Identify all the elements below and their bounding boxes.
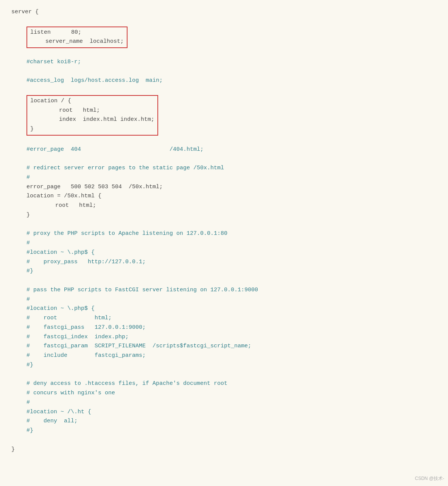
line-comment-hash3: # xyxy=(26,296,30,303)
line-comment-location-ht: #location ~ /\.ht { xyxy=(26,409,91,415)
line-error-page-404: #error_page 404 /404.html; xyxy=(26,146,204,153)
line-charset: #charset koi8-r; xyxy=(26,59,81,65)
line-access-log: #access_log logs/host.access.log main; xyxy=(26,77,163,84)
line-comment-fastcgi-index: # fastcgi_index index.php; xyxy=(26,334,129,340)
line-server-close: } xyxy=(11,446,15,453)
line-comment-fastcgi-pass: # fastcgi_pass 127.0.0.1:9000; xyxy=(26,324,146,331)
line-comment-include: # include fastcgi_params; xyxy=(26,352,146,359)
line-comment-close3: #} xyxy=(26,427,33,434)
line-comment-root-html: # root html; xyxy=(26,315,112,321)
line-comment-fastcgi-param: # fastcgi_param SCRIPT_FILENAME /scripts… xyxy=(26,343,251,349)
line-comment-location-php1: #location ~ \.php$ { xyxy=(26,249,95,256)
line-comment-deny-htaccess: # deny access to .htaccess files, if Apa… xyxy=(26,380,227,387)
line-comment-fastcgi: # pass the PHP scripts to FastCGI server… xyxy=(26,287,258,293)
watermark: CSDN @技术- xyxy=(415,475,444,482)
line-root-html: root html; xyxy=(42,202,96,209)
line-comment-hash2: # xyxy=(26,240,30,246)
line-comment-close2: #} xyxy=(26,362,33,368)
line-comment-proxy-php: # proxy the PHP scripts to Apache listen… xyxy=(26,230,227,237)
line-comment-location-php2: #location ~ \.php$ { xyxy=(26,305,95,312)
line-comment-hash4: # xyxy=(26,399,30,406)
code-viewer: server { listen 80; server_name localhos… xyxy=(11,8,437,454)
line-comment-close1: #} xyxy=(26,268,33,274)
line-location-50x-close: } xyxy=(26,212,30,218)
line-comment-redirect: # redirect server error pages to the sta… xyxy=(26,165,224,171)
line-comment-hash1: # xyxy=(26,174,30,181)
line-comment-proxy-pass: # proxy_pass http://127.0.0.1; xyxy=(26,259,146,265)
line-location-50x-open: location = /50x.html { xyxy=(26,193,101,199)
box-listen-servername: listen 80; server_name localhost; xyxy=(26,27,128,48)
box-location-root: location / { root html; index index.html… xyxy=(26,95,158,136)
line-comment-concurs: # concurs with nginx's one xyxy=(26,390,115,396)
line-comment-deny-all: # deny all; xyxy=(26,418,78,424)
line-error-page-500: error_page 500 502 503 504 /50x.html; xyxy=(26,184,163,190)
line-server-open: server { xyxy=(11,9,39,15)
